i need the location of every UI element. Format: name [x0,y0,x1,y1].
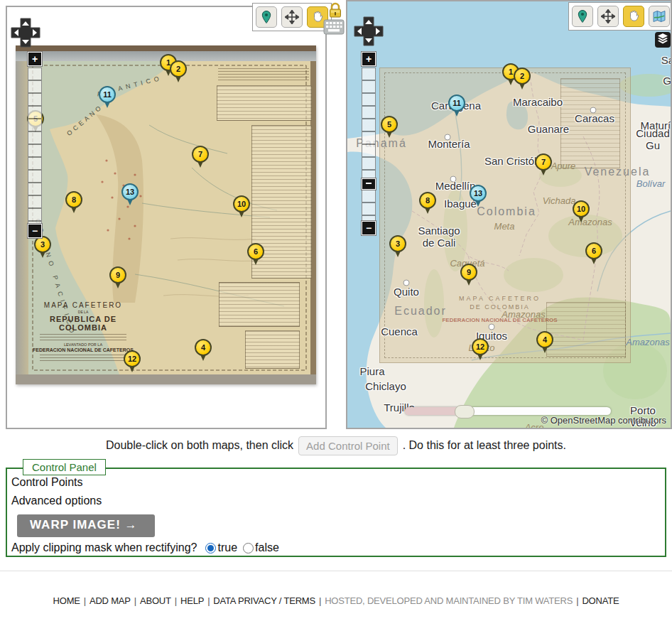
control-panel-legend: Control Panel [23,459,106,475]
map-label-vichada: Vichada [543,195,576,206]
footer-link-add-map[interactable]: ADD MAP [90,595,131,606]
control-point-marker-7[interactable]: 7 [192,146,209,163]
clipping-false-radio[interactable] [243,543,254,554]
footer-separator: | [319,595,321,606]
control-point-marker-9[interactable]: 9 [109,266,126,284]
footer-link-donate[interactable]: DONATE [582,595,619,606]
map-title-smallprint [40,334,126,340]
keyboard-icon [323,25,345,37]
move-tool-button[interactable] [281,6,303,28]
footer-separator: | [207,595,210,606]
map-label-piura: Piura [359,365,384,377]
control-point-marker-8[interactable]: 8 [65,191,82,208]
instruction-prefix: Double-click on both maps, then click [106,439,293,452]
original-map-panel[interactable]: ATLANTICO OCEANO OCEANO PACIFICO MAPA CA… [6,6,327,429]
add-control-point-button[interactable]: Add Control Point [298,436,398,455]
clipping-option-false[interactable]: false [243,541,279,554]
control-point-marker-13[interactable]: 13 [470,185,487,202]
map-tool-button[interactable] [649,6,670,27]
scan-edge [16,45,316,51]
pan-control[interactable] [353,16,384,50]
control-point-marker-8[interactable]: 8 [419,192,436,209]
control-point-marker-13[interactable]: 13 [121,183,139,200]
map-label-sa: Sa [661,54,672,66]
footer-link-data-privacy-terms[interactable]: DATA PRIVACY / TERMS [213,595,315,606]
control-point-marker-7[interactable]: 7 [535,153,552,171]
footer-link-about[interactable]: ABOUT [140,595,171,606]
control-point-marker-12[interactable]: 12 [472,338,489,355]
overlay-opacity-slider[interactable] [405,407,611,415]
footer-link-home[interactable]: HOME [53,595,80,606]
map-table-block [219,282,300,327]
hand-icon [310,10,325,24]
opacity-slider-handle[interactable] [455,405,475,418]
map-label-g: G [663,75,671,87]
hand-tool-button[interactable] [623,6,644,27]
zoom-slider-handle[interactable] [362,178,376,190]
footer-separator: | [84,595,86,606]
map-label-bol-var: Bolívar [636,178,665,189]
footer-credit: HOSTED, DEVELOPED AND MAINTAINED BY TIM … [325,595,573,606]
map-label-colombia: Colombia [477,205,536,218]
clipping-option-true[interactable]: true [205,541,237,554]
map-label-meta: Meta [494,221,515,232]
map-label-cuenca: Cuenca [381,325,418,338]
control-point-marker-10[interactable]: 10 [233,195,250,212]
hand-icon [627,9,641,23]
keyboard-shortcuts-button[interactable] [323,19,345,38]
footer-separator: | [175,595,177,606]
map-label-caracas: Caracas [575,112,614,124]
clipping-true-radio[interactable] [205,543,216,554]
map-label-amazonas: Amazonas [568,217,612,227]
warp-image-button[interactable]: WARP IMAGE! → [17,514,155,537]
clipping-option-label: true [217,541,237,554]
control-point-marker-10[interactable]: 10 [573,200,590,217]
map-label-maracaibo: Maracaibo [513,96,563,108]
control-point-marker-2[interactable]: 2 [514,68,531,85]
footer-link-help[interactable]: HELP [180,595,204,606]
control-point-marker-4[interactable]: 4 [195,339,212,356]
osm-attribution[interactable]: © OpenStreetMap contributors [541,415,667,426]
control-point-marker-9[interactable]: 9 [460,264,477,281]
advanced-options-toggle[interactable]: Advanced options [11,495,661,507]
map-label-monter-a: Montería [428,138,470,150]
map-title-line: LEVANTADO POR LA [30,342,136,347]
osm-map-panel[interactable]: MAPA CAFETERO DE COLOMBIA FEDERACION NAC… [346,0,672,429]
layers-icon [657,33,668,47]
control-point-marker-3[interactable]: 3 [389,235,406,252]
map-table-block [217,85,312,121]
zoom-out-button[interactable]: − [362,221,376,235]
pin-tool-button[interactable] [572,6,593,27]
zoom-slider-track[interactable] [362,190,376,222]
layers-toggle-button[interactable] [655,32,671,48]
control-point-marker-12[interactable]: 12 [124,350,141,367]
control-point-marker-11[interactable]: 11 [448,94,465,112]
move-tool-button[interactable] [597,6,619,27]
control-point-marker-3[interactable]: 3 [34,236,51,253]
control-point-marker-11[interactable]: 11 [99,86,116,103]
pan-control[interactable] [10,17,41,51]
zoom-slider-track[interactable] [28,68,42,225]
scanned-map-image: ATLANTICO OCEANO OCEANO PACIFICO MAPA CA… [16,45,316,384]
map-label-guanare: Guanare [528,123,569,135]
map-title-line: MAPA CAFETERO [30,301,136,309]
map-title-smallprint [40,355,126,361]
map-warper-rectify-page: ATLANTICO OCEANO OCEANO PACIFICO MAPA CA… [0,0,672,621]
control-point-marker-2[interactable]: 2 [170,60,187,77]
control-point-marker-6[interactable]: 6 [585,242,602,259]
footer-links: HOME|ADD MAP|ABOUT|HELP|DATA PRIVACY / T… [0,595,672,606]
map-label-venezuela: Venezuela [585,166,651,178]
pin-tool-button[interactable] [256,6,277,28]
control-points-section-toggle[interactable]: Control Points [11,476,661,489]
control-point-marker-5[interactable]: 5 [381,116,398,133]
zoom-out-button[interactable]: − [28,224,42,238]
ghost-title-line: FEDERACION NACIONAL DE CAFETEROS [423,317,576,323]
control-point-marker-6[interactable]: 6 [247,243,264,260]
zoom-in-button[interactable]: + [362,52,376,66]
zoom-slider-track[interactable] [362,68,376,180]
move-icon [285,10,299,24]
zoom-in-button[interactable]: + [28,52,42,66]
pin-icon [575,9,590,23]
right-map-toolbar [568,2,672,31]
control-point-marker-4[interactable]: 4 [536,331,553,348]
